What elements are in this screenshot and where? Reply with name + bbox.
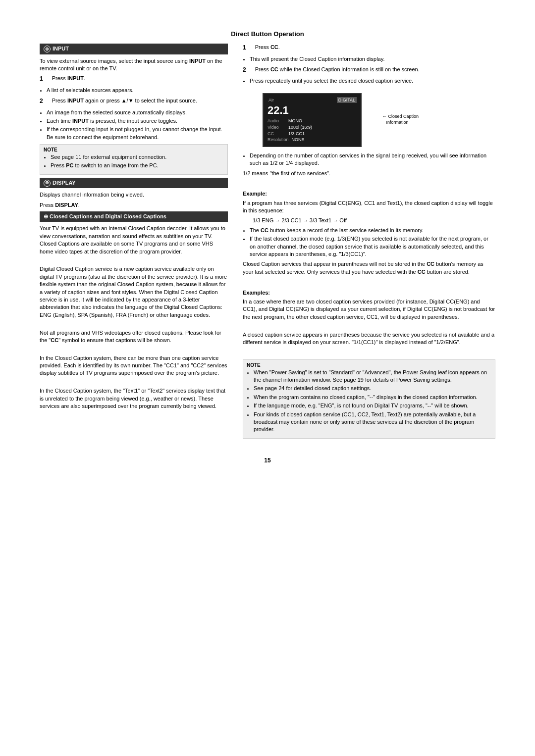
input-icon: ⊕ bbox=[44, 46, 51, 52]
note-bullets: See page 11 for external equipment conne… bbox=[51, 153, 224, 170]
video-row: Video 1080i (16:9) bbox=[268, 124, 357, 131]
right-step1-num: 1 bbox=[243, 44, 246, 52]
right-note: NOTE When "Power Saving" is set to "Stan… bbox=[243, 359, 495, 439]
cc-header: ⊕ Closed Captions and Digital Closed Cap… bbox=[40, 211, 228, 222]
caption-info-label: ← Closed Caption Information bbox=[382, 114, 419, 126]
examples-text: In a case where there are two closed cap… bbox=[243, 298, 495, 321]
air-label: Air bbox=[268, 97, 275, 103]
depend-bullets: Depending on the number of caption servi… bbox=[250, 152, 495, 167]
step2-bullets: An image from the selected source automa… bbox=[47, 109, 228, 142]
example-note: 1/2 means "the first of two services". bbox=[243, 170, 495, 177]
cc-para1: Your TV is equipped with an internal Clo… bbox=[40, 225, 228, 255]
display-screen: Air DIGITAL 22.1 Audio MONO Video 108 bbox=[263, 93, 362, 147]
step1-num: 1 bbox=[40, 75, 43, 83]
input-header: ⊕ INPUT bbox=[40, 44, 228, 54]
cc-memory-bullets: The CC button keeps a record of the last… bbox=[250, 227, 495, 258]
right-step2-bullet1: Press repeatedly until you select the de… bbox=[250, 77, 495, 85]
right-step2-bullets: Press repeatedly until you select the de… bbox=[250, 77, 495, 85]
step2-bullet1: An image from the selected source automa… bbox=[47, 109, 228, 116]
cc-para5: In the Closed Caption system, the "Text1… bbox=[40, 387, 228, 410]
example-text: If a program has three services (Digital… bbox=[243, 200, 495, 215]
note-bullet1: See page 11 for external equipment conne… bbox=[51, 153, 224, 161]
depend-text: Depending on the number of caption servi… bbox=[250, 152, 495, 167]
two-column-layout: ⊕ INPUT To view external source images, … bbox=[40, 44, 495, 442]
video-label: Video bbox=[268, 124, 285, 131]
step1-bullets: A list of selectable sources appears. bbox=[47, 87, 228, 94]
display-icon: ⊕ bbox=[44, 180, 51, 187]
right-step1-bullet1: This will present the Closed Caption inf… bbox=[250, 55, 495, 63]
right-column: 1 Press CC. This will present the Closed… bbox=[243, 44, 495, 442]
cc-para4: In the Closed Caption system, there can … bbox=[40, 354, 228, 377]
page-title: Direct Button Operation bbox=[40, 30, 495, 39]
right-note-bullet4: If the language mode, e.g. "ENG", is not… bbox=[254, 402, 491, 409]
cc-icon: ⊕ bbox=[44, 213, 50, 219]
right-note-bullet1: When "Power Saving" is set to "Standard"… bbox=[254, 369, 491, 384]
audio-label: Audio bbox=[268, 118, 285, 124]
example-header: Example: bbox=[243, 190, 495, 198]
channel-number: 22.1 bbox=[268, 105, 357, 116]
page: Direct Button Operation ⊕ INPUT To view … bbox=[0, 0, 535, 756]
note-bullet2: Press PC to switch to an image from the … bbox=[51, 162, 224, 169]
right-step2: 2 Press CC while the Closed Caption info… bbox=[243, 66, 495, 85]
cc-para2: Digital Closed Caption service is a new … bbox=[40, 265, 228, 319]
right-step2-num: 2 bbox=[243, 66, 246, 74]
display-label: DISPLAY bbox=[53, 179, 76, 187]
right-note-bullet3: When the program contains no closed capt… bbox=[254, 394, 491, 401]
audio-value: MONO bbox=[288, 118, 302, 124]
cc-memory-text: The CC button keeps a record of the last… bbox=[250, 227, 495, 234]
step2-bullet2: Each time INPUT is pressed, the input so… bbox=[47, 117, 228, 125]
cc-row-label: CC bbox=[268, 131, 285, 137]
sequence: 1/3 ENG → 2/3 CC1 → 3/3 Text1 → Off bbox=[253, 217, 495, 224]
right-note-bullet5: Four kinds of closed caption service (CC… bbox=[254, 411, 491, 434]
cc-row: CC 1/3 CC1 bbox=[268, 131, 357, 137]
display-text: Displays channel information being viewe… bbox=[40, 191, 228, 199]
last-selected-text: If the last closed caption mode (e.g. 1/… bbox=[250, 235, 495, 258]
step1-bullet1: A list of selectable sources appears. bbox=[47, 87, 228, 94]
input-step2: 2 Press INPUT again or press ▲/▼ to sele… bbox=[40, 97, 228, 141]
display-screen-wrapper: Air DIGITAL 22.1 Audio MONO Video 108 bbox=[253, 90, 362, 150]
channel-main: 22.1 bbox=[268, 104, 289, 116]
info-rows: Audio MONO Video 1080i (16:9) CC 1/3 CC1 bbox=[268, 118, 357, 143]
right-step1: 1 Press CC. This will present the Closed… bbox=[243, 44, 495, 63]
resolution-label: Resolution bbox=[268, 137, 289, 143]
digital-label: DIGITAL bbox=[337, 97, 357, 103]
sequence-text: 1/3 ENG → 2/3 CC1 → 3/3 Text1 → Off bbox=[253, 217, 347, 223]
right-step1-bullets: This will present the Closed Caption inf… bbox=[250, 55, 495, 63]
screen-top-row: Air DIGITAL bbox=[268, 97, 357, 103]
input-step1: 1 Press INPUT. A list of selectable sour… bbox=[40, 75, 228, 94]
left-column: ⊕ INPUT To view external source images, … bbox=[40, 44, 228, 442]
right-note-bullets: When "Power Saving" is set to "Standard"… bbox=[254, 369, 491, 434]
right-note-bullet2: See page 24 for detailed closed caption … bbox=[254, 385, 491, 392]
examples-text2: A closed caption service appears in pare… bbox=[243, 331, 495, 347]
video-value: 1080i (16:9) bbox=[288, 124, 312, 131]
resolution-value: NONE bbox=[292, 137, 305, 143]
input-note: NOTE See page 11 for external equipment … bbox=[40, 144, 228, 175]
page-number: 15 bbox=[40, 456, 495, 465]
cc-para3: Not all programs and VHS videotapes offe… bbox=[40, 329, 228, 345]
resolution-row: Resolution NONE bbox=[268, 137, 357, 143]
cc-row-value: 1/3 CC1 bbox=[288, 131, 305, 137]
step2-num: 2 bbox=[40, 97, 43, 105]
display-header: ⊕ DISPLAY bbox=[40, 178, 228, 188]
audio-row: Audio MONO bbox=[268, 118, 357, 124]
examples-header: Examples: bbox=[243, 289, 495, 297]
input-label: INPUT bbox=[53, 45, 69, 52]
cc-label: Closed Captions and Digital Closed Capti… bbox=[50, 213, 166, 219]
parentheses-text: Closed Caption services that appear in p… bbox=[243, 260, 495, 276]
note-label: NOTE bbox=[247, 362, 261, 368]
display-text2: Press DISPLAY. bbox=[40, 202, 228, 209]
step2-bullet3: If the corresponding input is not plugge… bbox=[47, 126, 228, 141]
input-intro: To view external source images, select t… bbox=[40, 57, 228, 73]
